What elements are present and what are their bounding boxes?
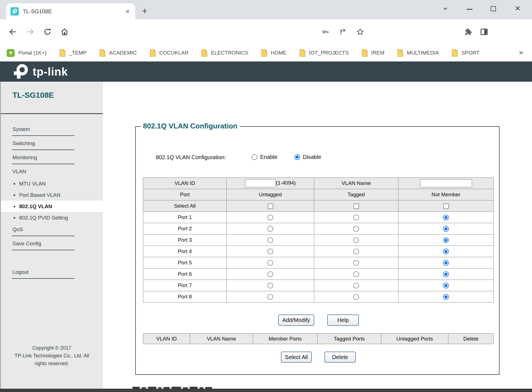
sidebar-item-logout[interactable]: Logout bbox=[1, 266, 103, 280]
window-titlebar: TL-SG108E × + × bbox=[0, 0, 532, 19]
bookmark-item[interactable]: IOT_PROJECTS bbox=[299, 49, 349, 57]
port-tagged-radio[interactable] bbox=[353, 226, 359, 232]
select-all-tagged-cell bbox=[314, 200, 398, 212]
port-tagged-radio[interactable] bbox=[353, 237, 359, 243]
bookmark-item[interactable]: HOME bbox=[261, 49, 287, 57]
select-all-untagged-checkbox[interactable] bbox=[268, 203, 273, 209]
port-not_member-radio[interactable] bbox=[443, 226, 449, 232]
disable-radio-item[interactable]: Disable bbox=[294, 154, 321, 160]
vlan-name-input[interactable] bbox=[420, 179, 472, 187]
maximize-button[interactable] bbox=[491, 6, 496, 11]
port-tagged-radio[interactable] bbox=[353, 294, 359, 300]
col-port: Port bbox=[143, 189, 227, 200]
bookmark-label: Portal (1K+) bbox=[18, 50, 47, 56]
sidebar-item-switching[interactable]: Switching bbox=[1, 137, 103, 151]
summary-select-all-button[interactable]: Select All bbox=[281, 352, 312, 363]
extensions-puzzle-icon[interactable] bbox=[463, 27, 473, 37]
port-label: Port 8 bbox=[143, 291, 227, 303]
port-tagged-cell bbox=[314, 257, 398, 269]
port-row: Port 5 bbox=[143, 257, 494, 269]
sidebar-item-port-based-vlan[interactable]: Port Based VLAN bbox=[1, 189, 103, 201]
sidebar-item-qos[interactable]: QoS bbox=[1, 223, 103, 238]
port-untagged-radio[interactable] bbox=[267, 260, 273, 266]
bottom-edge-strip bbox=[0, 389, 532, 392]
sidebar-item-system[interactable]: System bbox=[1, 123, 103, 137]
tplink-logo-icon bbox=[11, 63, 30, 80]
sidebar-item-rule bbox=[12, 135, 75, 136]
port-row: Port 7 bbox=[143, 280, 494, 291]
port-untagged-radio[interactable] bbox=[267, 237, 273, 243]
minimize-button[interactable] bbox=[467, 9, 472, 10]
enable-radio-item[interactable]: Enable bbox=[252, 154, 277, 160]
port-not_member-radio[interactable] bbox=[443, 283, 449, 288]
sidebar-item-802-1q-pvid-setting[interactable]: 802.1Q PVID Setting bbox=[1, 212, 103, 223]
tab-close-icon[interactable]: × bbox=[124, 8, 131, 15]
select-all-tagged-checkbox[interactable] bbox=[354, 203, 359, 209]
port-untagged-radio[interactable] bbox=[267, 271, 273, 277]
key-icon[interactable] bbox=[320, 27, 331, 37]
sidebar-item-label: Port Based VLAN bbox=[1, 189, 103, 201]
vlan-config-panel: 802.1Q VLAN Configuration 802.1Q VLAN Co… bbox=[135, 126, 500, 375]
select-all-label: Select All bbox=[143, 200, 227, 212]
port-tagged-radio[interactable] bbox=[353, 283, 359, 288]
port-tagged-radio[interactable] bbox=[353, 271, 359, 277]
port-untagged-radio[interactable] bbox=[267, 226, 273, 232]
add-modify-button[interactable]: Add/Modify bbox=[278, 314, 314, 326]
port-untagged-radio[interactable] bbox=[267, 294, 273, 300]
sidebar-item-save-config[interactable]: Save Config bbox=[1, 238, 103, 252]
side-panel-icon[interactable] bbox=[479, 27, 489, 37]
new-tab-button[interactable]: + bbox=[142, 6, 147, 16]
port-tagged-radio[interactable] bbox=[353, 260, 359, 266]
reload-icon[interactable] bbox=[42, 27, 53, 37]
disable-radio[interactable] bbox=[294, 154, 300, 160]
port-not_member-radio[interactable] bbox=[443, 249, 449, 254]
bookmark-item[interactable]: SPORT bbox=[452, 49, 479, 57]
select-all-not-member-checkbox[interactable] bbox=[443, 203, 449, 209]
browser-tab[interactable]: TL-SG108E × bbox=[6, 3, 135, 19]
port-not_member-radio[interactable] bbox=[443, 260, 449, 266]
port-tagged-cell bbox=[314, 234, 398, 246]
port-tagged-radio[interactable] bbox=[353, 215, 359, 220]
close-button[interactable]: × bbox=[515, 3, 520, 14]
bookmark-item[interactable]: ELECTRONICS bbox=[201, 49, 248, 57]
bookmark-item[interactable]: MULTIMEDIA bbox=[397, 49, 439, 57]
port-untagged-cell bbox=[227, 212, 314, 223]
bookmark-item[interactable]: _TEMP bbox=[59, 49, 86, 57]
port-tagged-radio[interactable] bbox=[353, 249, 359, 254]
port-not_member-radio[interactable] bbox=[443, 237, 449, 243]
port-untagged-radio[interactable] bbox=[267, 283, 273, 288]
home-icon[interactable] bbox=[59, 27, 70, 37]
tplink-logo-text: tp-link bbox=[33, 66, 68, 78]
sidebar-item-mtu-vlan[interactable]: MTU VLAN bbox=[1, 178, 103, 189]
back-icon[interactable] bbox=[8, 27, 18, 37]
port-row: Port 8 bbox=[143, 291, 494, 303]
sidebar-item-label: MTU VLAN bbox=[1, 178, 103, 189]
sidebar-item-rule bbox=[12, 250, 75, 250]
port-tagged-cell bbox=[314, 246, 398, 257]
bookmark-item[interactable]: İREM bbox=[362, 49, 385, 57]
summary-col-tagged-ports: Tagged Ports bbox=[318, 334, 381, 344]
bookmarks-overflow-chevron[interactable]: » bbox=[519, 48, 523, 57]
port-row: Port 2 bbox=[143, 223, 494, 234]
vlan-id-input[interactable] bbox=[245, 179, 276, 187]
sidebar-item-monitoring[interactable]: Monitoring bbox=[1, 151, 103, 166]
bookmark-item[interactable]: COCUKLAR bbox=[150, 49, 189, 57]
port-untagged-radio[interactable] bbox=[267, 249, 273, 254]
sidebar-item-802-1q-vlan[interactable]: 802.1Q VLAN bbox=[1, 201, 103, 212]
enable-radio[interactable] bbox=[252, 154, 257, 160]
help-button[interactable]: Help bbox=[327, 314, 359, 326]
sidebar-item-vlan[interactable]: VLAN bbox=[1, 166, 103, 178]
port-not_member-radio[interactable] bbox=[443, 271, 449, 277]
bookmark-folder-icon bbox=[261, 49, 267, 57]
port-not_member-radio[interactable] bbox=[443, 215, 449, 220]
window-chevron-icon[interactable] bbox=[442, 5, 449, 12]
bookmark-item[interactable]: +Portal (1K+) bbox=[7, 49, 47, 57]
port-untagged-radio[interactable] bbox=[267, 215, 273, 220]
bookmarks-bar: +Portal (1K+)_TEMPACADEMICCOCUKLARELECTR… bbox=[0, 44, 532, 61]
port-not_member-radio[interactable] bbox=[443, 294, 449, 300]
star-icon[interactable] bbox=[355, 27, 365, 37]
bookmark-item[interactable]: ACADEMIC bbox=[99, 49, 137, 57]
summary-delete-button[interactable]: Delete bbox=[324, 352, 356, 363]
share-icon[interactable] bbox=[338, 27, 349, 37]
port-label: Port 3 bbox=[143, 234, 227, 246]
